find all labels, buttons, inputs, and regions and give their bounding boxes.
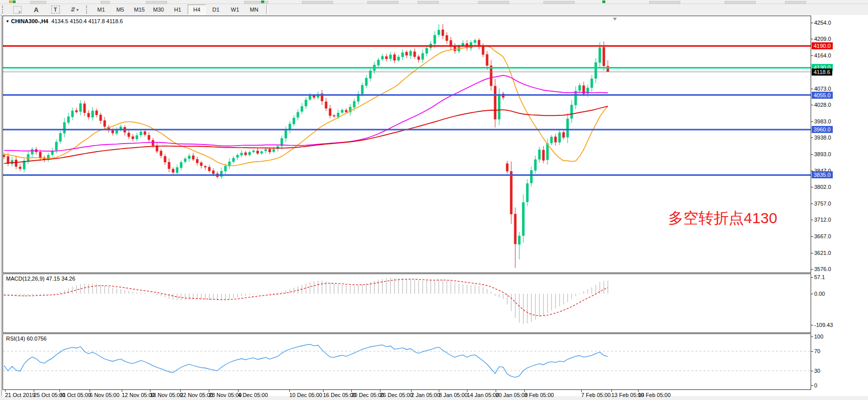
candle-body — [144, 131, 146, 135]
timeframe-button-w1[interactable]: W1 — [226, 5, 244, 15]
price-level-badge: 4190.0 — [812, 42, 833, 49]
candle-body — [71, 111, 74, 117]
price-tick-label: 3667.0 — [814, 233, 831, 240]
date-label: 18 Nov 05:00 — [150, 392, 183, 398]
price-tick-label: 3802.0 — [814, 183, 831, 190]
candle-body — [550, 137, 553, 144]
candle-body — [575, 91, 577, 105]
candle-body — [365, 78, 368, 86]
candle-body — [442, 30, 444, 36]
grid-button[interactable]: F — [8, 5, 26, 15]
candle-body — [406, 52, 408, 55]
symbol-dropdown-icon[interactable]: ▼ — [6, 19, 10, 24]
price-tick-label: 4028.0 — [814, 101, 831, 108]
price-tick-mark — [811, 23, 813, 23]
candle-body — [224, 166, 227, 171]
candle-body — [208, 167, 211, 171]
macd-pane[interactable]: MACD(12,26,9) 47.15 34.26 — [3, 274, 811, 333]
candle-body — [172, 169, 175, 172]
candle-body — [204, 166, 207, 168]
price-tick-mark — [811, 220, 813, 220]
text-box-button[interactable]: T — [46, 5, 64, 15]
candle-body — [180, 162, 183, 168]
candle-body — [498, 94, 501, 120]
date-label: 10 Dec 05:00 — [289, 392, 322, 398]
rsi-tick-label: 70 — [814, 348, 820, 355]
date-label: 19 Feb 05:00 — [638, 392, 671, 398]
candle-body — [385, 56, 388, 59]
price-level-badge: 3835.0 — [812, 171, 833, 178]
candle-body — [128, 133, 130, 137]
candle-body — [96, 110, 98, 115]
date-label: 21 Oct 2019 — [5, 392, 35, 398]
macd-tick-label: -109.43 — [814, 321, 833, 328]
timeframe-button-d1[interactable]: D1 — [207, 5, 225, 15]
price-tick-label: 4073.0 — [814, 85, 831, 92]
candle-body — [414, 51, 416, 57]
candle-body — [474, 40, 477, 43]
date-label: 4 Dec 05:00 — [238, 392, 268, 398]
chart-shift-marker-icon[interactable] — [613, 18, 617, 21]
candle-body — [402, 52, 404, 57]
candle-body — [192, 156, 195, 160]
candle-body — [297, 112, 299, 118]
date-label: 20 Dec 05:00 — [351, 392, 384, 398]
candle-body — [261, 152, 263, 154]
candle-body — [538, 150, 541, 160]
ma-line — [4, 76, 608, 151]
timeframe-button-m1[interactable]: M1 — [92, 5, 110, 15]
candle-body — [563, 132, 565, 138]
status-dot-icon — [261, 1, 264, 3]
candle-body — [522, 203, 525, 236]
macd-histogram — [4, 278, 608, 324]
timeframe-button-m15[interactable]: M15 — [130, 5, 148, 15]
candle-body — [393, 54, 396, 60]
candle-body — [389, 55, 392, 59]
status-dot-icon — [9, 1, 12, 3]
candle-body — [88, 113, 90, 117]
candle-body — [309, 95, 311, 99]
date-label: 7 Feb 05:00 — [581, 392, 611, 398]
candle-body — [196, 159, 199, 163]
rsi-pane[interactable]: RSI(14) 60.0756 — [3, 334, 811, 390]
timeframe-button-h1[interactable]: H1 — [169, 5, 187, 15]
toolbar-drag-handle[interactable] — [2, 6, 5, 14]
quote-ohlc: 4134.5 4150.4 4117.8 4118.6 — [51, 18, 123, 24]
text-label-button[interactable]: A — [27, 5, 45, 15]
objects-arrange-button[interactable]: ⇵ ▾ — [65, 5, 84, 15]
time-axis[interactable]: 21 Oct 201925 Oct 05:0031 Oct 05:006 Nov… — [3, 390, 838, 400]
price-tick-mark — [811, 154, 813, 155]
status-dot-icon — [602, 1, 605, 3]
timeframe-button-mn[interactable]: MN — [245, 5, 263, 15]
candle-body — [418, 56, 420, 59]
date-label: 3 Feb 05:00 — [524, 392, 554, 398]
macd-tick-label: 0.00 — [814, 290, 825, 297]
price-tick-label: 3712.0 — [814, 216, 831, 223]
candle-body — [490, 65, 493, 86]
timeframe-button-h4[interactable]: H4 — [188, 5, 206, 15]
main-chart-canvas[interactable] — [3, 16, 811, 273]
price-tick-label: 3983.0 — [814, 118, 831, 125]
clipped-upper-toolbar — [0, 0, 868, 4]
candle-body — [337, 113, 340, 117]
candle-body — [530, 170, 533, 183]
price-tick-label: 3893.0 — [814, 151, 831, 158]
rsi-tick-label: 30 — [814, 367, 820, 374]
timeframe-group-drag-handle[interactable] — [86, 6, 89, 14]
rsi-label: RSI(14) 60.0756 — [6, 336, 47, 342]
main-price-pane[interactable] — [3, 16, 811, 273]
price-tick-label: 4209.0 — [814, 35, 831, 42]
letter-a-icon: A — [34, 6, 38, 14]
candle-body — [462, 43, 464, 45]
timeframe-button-m30[interactable]: M30 — [149, 5, 168, 15]
price-level-badge: 4055.0 — [812, 92, 833, 99]
candle-body — [361, 85, 364, 94]
candle-body — [345, 110, 348, 112]
candle-body — [518, 236, 521, 245]
timeframe-button-m5[interactable]: M5 — [111, 5, 129, 15]
candle-body — [567, 119, 569, 138]
date-label: 20 Jan 05:00 — [496, 392, 528, 398]
boxed-t-icon: T — [51, 6, 60, 14]
candle-body — [486, 54, 489, 66]
candle-body — [438, 30, 440, 35]
